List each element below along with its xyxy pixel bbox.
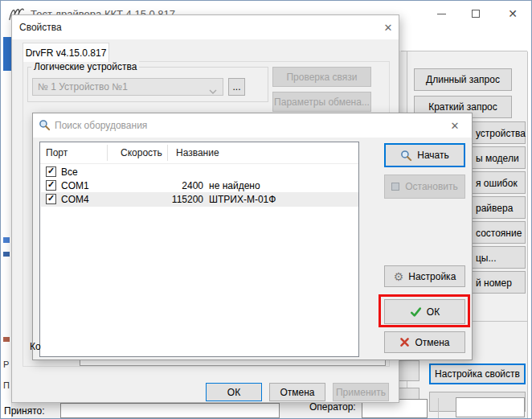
covered-label-fragment: Р bbox=[3, 359, 9, 369]
divider bbox=[401, 51, 527, 51]
table-row-com4[interactable]: ✓ COM4 115200 ШТРИХ-М-01Ф bbox=[41, 192, 358, 207]
search-dialog-title: Поиск оборудования bbox=[55, 120, 147, 131]
checkbox-all[interactable]: ✓ bbox=[46, 166, 56, 177]
search-cancel-button[interactable]: Отмена bbox=[384, 331, 465, 353]
minimize-icon bbox=[437, 14, 446, 14]
stop-icon bbox=[391, 183, 399, 191]
long-request-button[interactable]: Длинный запрос bbox=[414, 68, 512, 91]
table-row-com1[interactable]: ✓ COM1 2400 не найдено bbox=[41, 179, 358, 192]
minimize-button[interactable] bbox=[428, 2, 454, 25]
status-box[interactable] bbox=[456, 397, 525, 417]
ports-listview: Порт Скорость Название ✓ Все ✓ COM1 2400… bbox=[39, 142, 359, 357]
check-connection-button: Проверка связи bbox=[272, 67, 371, 87]
column-separator bbox=[107, 145, 108, 161]
tab-drvfr[interactable]: DrvFR v4.15.0.817 bbox=[23, 43, 109, 62]
column-header-speed[interactable]: Скорость bbox=[121, 147, 162, 158]
header-divider bbox=[40, 163, 358, 164]
tree-icon-sliver bbox=[3, 337, 10, 342]
close-window-button[interactable]: ✕ bbox=[498, 2, 527, 25]
tree-icon-sliver bbox=[3, 252, 10, 257]
cut-button-fragment[interactable] bbox=[398, 360, 419, 381]
search-icon bbox=[400, 150, 412, 162]
column-separator bbox=[167, 145, 168, 161]
logical-devices-label: Логические устройства bbox=[31, 61, 139, 72]
search-titlebar: Поиск оборудования ✕ bbox=[33, 113, 472, 138]
checkbox-com4[interactable]: ✓ bbox=[46, 194, 56, 204]
search-close-button[interactable]: ✕ bbox=[444, 115, 465, 136]
stop-search-button: Остановить bbox=[384, 175, 465, 199]
maximize-button[interactable] bbox=[463, 2, 489, 25]
annotation-red-box bbox=[379, 294, 470, 327]
browse-devices-button[interactable]: ... bbox=[228, 78, 245, 96]
column-header-name[interactable]: Название bbox=[176, 147, 219, 158]
close-icon: ✕ bbox=[508, 8, 518, 19]
device-select[interactable]: № 1 Устройство №1 bbox=[32, 78, 223, 96]
properties-apply-button: Применить bbox=[333, 383, 389, 401]
maximize-icon bbox=[472, 10, 480, 18]
tree-selection-sliver bbox=[3, 37, 11, 71]
screen: Тест драйвера ККТ 4.15.0.817 ✕ Длинный з bbox=[0, 0, 532, 419]
exchange-params-button: Параметры обмена... bbox=[272, 92, 371, 112]
properties-close-button[interactable]: ✕ bbox=[378, 17, 399, 38]
divider bbox=[527, 51, 528, 418]
search-settings-button[interactable]: ⚙ Настройка bbox=[384, 265, 465, 287]
close-icon: ✕ bbox=[451, 121, 460, 131]
properties-ok-button[interactable]: ОК bbox=[206, 383, 262, 401]
table-row-all[interactable]: ✓ Все bbox=[41, 165, 358, 179]
column-header-port[interactable]: Порт bbox=[46, 147, 68, 158]
search-icon bbox=[39, 119, 51, 134]
checkbox-com1[interactable]: ✓ bbox=[46, 180, 56, 191]
covered-label-fragment: Ко bbox=[30, 341, 41, 352]
properties-cancel-button[interactable]: Отмена bbox=[269, 383, 325, 401]
properties-dialog-title: Свойства bbox=[19, 22, 62, 33]
gear-icon: ⚙ bbox=[394, 271, 404, 282]
accepted-label: Принято: bbox=[4, 405, 45, 417]
start-search-button[interactable]: Начать bbox=[384, 143, 465, 167]
tree-icon-sliver bbox=[3, 237, 10, 243]
covered-label-fragment: П bbox=[3, 380, 10, 390]
accepted-input[interactable] bbox=[60, 403, 280, 418]
close-icon: ✕ bbox=[384, 23, 393, 33]
properties-settings-button[interactable]: Настройка свойств bbox=[429, 364, 526, 384]
text-field-sliver[interactable] bbox=[80, 360, 386, 366]
properties-titlebar: Свойства ✕ bbox=[12, 15, 399, 39]
operator-label: Оператор: bbox=[309, 401, 356, 413]
cross-icon bbox=[399, 337, 410, 347]
chevron-down-icon bbox=[209, 85, 217, 97]
divider bbox=[438, 398, 439, 418]
